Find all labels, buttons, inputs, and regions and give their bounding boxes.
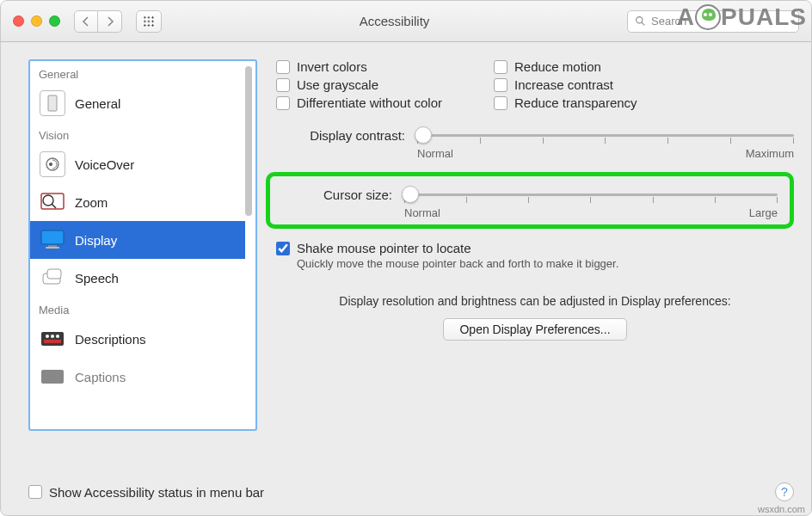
general-icon [40, 90, 65, 116]
svg-rect-9 [48, 245, 57, 247]
svg-line-1 [642, 22, 644, 25]
svg-rect-14 [44, 340, 61, 343]
sidebar-item-label: General [75, 96, 120, 111]
sidebar-item-label: Descriptions [75, 332, 146, 347]
checkbox-reduce-transparency[interactable]: Reduce transparency [494, 95, 637, 110]
sidebar-item-label: Speech [75, 271, 119, 286]
svg-rect-18 [41, 370, 64, 384]
shake-hint: Quickly move the mouse pointer back and … [297, 257, 794, 270]
svg-point-4 [49, 163, 52, 166]
help-button[interactable]: ? [775, 482, 794, 501]
open-display-preferences-button[interactable]: Open Display Preferences... [443, 318, 626, 341]
captions-icon [39, 363, 66, 390]
svg-point-17 [56, 335, 59, 338]
nav-buttons [74, 10, 122, 33]
svg-rect-5 [41, 194, 64, 209]
checkbox-label: Reduce motion [514, 59, 601, 74]
slider-thumb[interactable] [402, 186, 419, 203]
sidebar-item-label: Captions [75, 370, 126, 384]
svg-point-16 [51, 335, 54, 338]
sidebar-scrollbar[interactable] [245, 66, 252, 216]
svg-rect-10 [46, 247, 59, 249]
slider-max-label: Maximum [746, 147, 794, 160]
sidebar-item-voiceover[interactable]: VoiceOver [30, 145, 245, 183]
checkbox-increase-contrast[interactable]: Increase contrast [494, 77, 637, 92]
sidebar-item-descriptions[interactable]: Descriptions [30, 320, 245, 358]
voiceover-icon [40, 151, 65, 177]
search-icon [635, 15, 646, 27]
checkbox-label: Use grayscale [297, 77, 378, 92]
close-window-button[interactable] [13, 15, 24, 27]
sidebar: General General Vision VoiceOver Zoom [28, 59, 257, 431]
display-contrast-label: Display contrast: [276, 128, 405, 143]
chevron-left-icon [82, 16, 90, 27]
speech-icon [39, 264, 66, 292]
checkbox-differentiate-without-color[interactable]: Differentiate without color [276, 95, 442, 110]
sidebar-item-label: Zoom [75, 195, 108, 210]
checkbox-label: Increase contrast [514, 77, 613, 92]
main-panel: Invert colors Use grayscale Differentiat… [276, 59, 794, 455]
svg-rect-13 [41, 332, 64, 346]
forward-button[interactable] [98, 10, 122, 33]
back-button[interactable] [74, 10, 98, 33]
checkbox-label: Invert colors [297, 59, 367, 74]
preferences-window: Accessibility Search General General Vis… [0, 0, 812, 516]
sidebar-item-general[interactable]: General [30, 84, 245, 122]
chevron-right-icon [106, 16, 114, 27]
display-contrast-slider[interactable] [417, 126, 794, 144]
display-icon [39, 226, 66, 254]
svg-point-0 [637, 17, 643, 23]
show-all-button[interactable] [136, 10, 162, 33]
sidebar-item-captions[interactable]: Captions [30, 358, 245, 396]
svg-rect-8 [41, 230, 64, 244]
sidebar-section-general: General [30, 61, 245, 84]
svg-rect-2 [48, 95, 57, 111]
sidebar-item-speech[interactable]: Speech [30, 259, 245, 297]
zoom-window-button[interactable] [49, 15, 60, 27]
window-controls [13, 15, 60, 27]
checkbox-use-grayscale[interactable]: Use grayscale [276, 77, 442, 92]
svg-point-15 [46, 335, 49, 338]
cursor-size-highlight: Cursor size: Normal Large [266, 172, 794, 229]
sidebar-item-zoom[interactable]: Zoom [30, 183, 245, 221]
resolution-note: Display resolution and brightness can be… [276, 294, 794, 308]
checkbox-reduce-motion[interactable]: Reduce motion [494, 59, 637, 74]
checkbox-label: Reduce transparency [514, 95, 637, 110]
slider-thumb[interactable] [415, 126, 432, 144]
grid-icon [143, 15, 155, 28]
slider-max-label: Large [749, 206, 778, 219]
sidebar-item-label: VoiceOver [75, 157, 134, 172]
zoom-icon [39, 188, 66, 216]
minimize-window-button[interactable] [31, 15, 42, 27]
sidebar-item-label: Display [75, 233, 117, 248]
checkbox-invert-colors[interactable]: Invert colors [276, 59, 442, 74]
sidebar-section-media: Media [30, 297, 245, 320]
appuals-logo-icon [695, 4, 721, 30]
svg-rect-12 [47, 269, 61, 279]
descriptions-icon [39, 325, 66, 353]
cursor-size-slider[interactable] [404, 185, 778, 204]
sidebar-section-vision: Vision [30, 122, 245, 145]
slider-min-label: Normal [417, 147, 453, 160]
checkbox-label: Differentiate without color [297, 95, 442, 110]
window-title: Accessibility [170, 14, 618, 28]
cursor-size-label: Cursor size: [282, 187, 392, 202]
sidebar-item-display[interactable]: Display [30, 221, 245, 259]
checkbox-show-status-menubar[interactable]: Show Accessibility status in menu bar [28, 485, 264, 500]
slider-min-label: Normal [404, 206, 440, 219]
checkbox-shake-to-locate[interactable]: Shake mouse pointer to locate [276, 241, 794, 255]
footer: Show Accessibility status in menu bar ? [28, 482, 794, 501]
checkbox-label: Shake mouse pointer to locate [297, 241, 471, 255]
watermark-logo: A PUALS [677, 3, 807, 31]
source-caption: wsxdn.com [758, 504, 805, 514]
checkbox-label: Show Accessibility status in menu bar [49, 485, 264, 500]
